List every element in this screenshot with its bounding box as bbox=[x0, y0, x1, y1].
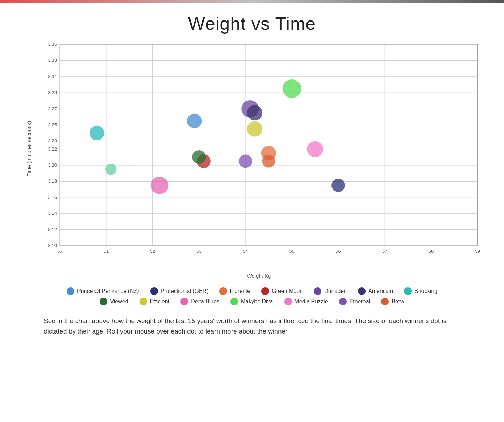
svg-point-59 bbox=[283, 79, 301, 98]
description-text: See in the chart above how the weight of… bbox=[44, 316, 460, 337]
svg-text:3.23: 3.23 bbox=[48, 138, 57, 144]
svg-point-54 bbox=[247, 105, 262, 120]
legend-dot bbox=[100, 298, 107, 305]
legend-area: Prince Of Penzance (NZ)Protectionist (GE… bbox=[19, 287, 485, 305]
svg-text:3.18: 3.18 bbox=[48, 179, 57, 184]
legend-item: Green Moon bbox=[261, 287, 303, 295]
legend-dot bbox=[230, 298, 238, 305]
legend-item: Delta Blues bbox=[180, 298, 219, 305]
legend-dot bbox=[314, 287, 321, 295]
svg-text:53: 53 bbox=[196, 248, 202, 254]
svg-text:3.33: 3.33 bbox=[48, 58, 57, 63]
legend-dot bbox=[358, 287, 366, 295]
svg-text:57: 57 bbox=[382, 248, 387, 254]
x-axis-label: Weight Kg bbox=[247, 273, 271, 279]
svg-point-49 bbox=[187, 114, 202, 128]
svg-text:3.29: 3.29 bbox=[48, 90, 57, 95]
y-axis-label: Time (minutes.seconds) bbox=[26, 121, 32, 176]
svg-text:55: 55 bbox=[289, 248, 294, 254]
legend-row: ViewedEfficientDelta BluesMakybe DivaMed… bbox=[100, 298, 404, 305]
legend-dot bbox=[180, 298, 188, 305]
svg-text:51: 51 bbox=[104, 248, 109, 254]
chart-title: Weight vs Time bbox=[188, 13, 316, 34]
svg-text:3.16: 3.16 bbox=[48, 195, 57, 200]
svg-text:3.22: 3.22 bbox=[48, 146, 57, 152]
legend-item: Media Puzzle bbox=[284, 298, 328, 305]
svg-point-56 bbox=[192, 150, 206, 164]
legend-item: Makybe Diva bbox=[230, 298, 273, 305]
svg-text:3.14: 3.14 bbox=[48, 211, 57, 216]
legend-dot bbox=[219, 287, 227, 295]
legend-label: Protectionist (GER) bbox=[161, 288, 209, 294]
legend-item: Efficient bbox=[140, 298, 170, 305]
svg-text:54: 54 bbox=[243, 248, 248, 254]
svg-point-61 bbox=[239, 154, 252, 168]
svg-text:3.12: 3.12 bbox=[48, 227, 57, 232]
svg-text:3.20: 3.20 bbox=[48, 162, 57, 168]
svg-rect-48 bbox=[60, 44, 477, 246]
svg-point-58 bbox=[151, 177, 168, 194]
legend-item: Americain bbox=[358, 287, 393, 295]
page: Weight vs Time Time (minutes.seconds) We… bbox=[0, 3, 504, 422]
svg-text:3.35: 3.35 bbox=[48, 42, 57, 47]
svg-text:58: 58 bbox=[429, 248, 434, 254]
svg-point-62 bbox=[262, 155, 275, 167]
svg-text:50: 50 bbox=[57, 248, 62, 254]
legend-item: Dunaden bbox=[314, 287, 347, 295]
legend-dot bbox=[261, 287, 269, 295]
legend-label: Prince Of Penzance (NZ) bbox=[77, 288, 139, 294]
svg-point-55 bbox=[90, 126, 104, 140]
legend-label: Fiorente bbox=[230, 288, 250, 294]
svg-text:3.10: 3.10 bbox=[48, 243, 57, 248]
svg-point-50 bbox=[331, 179, 345, 192]
legend-dot bbox=[404, 287, 412, 295]
legend-label: Americain bbox=[368, 288, 393, 294]
legend-label: Delta Blues bbox=[191, 298, 219, 305]
legend-dot bbox=[67, 287, 74, 295]
legend-item: Ethereal bbox=[339, 298, 370, 305]
svg-text:3.25: 3.25 bbox=[48, 122, 57, 127]
legend-dot bbox=[150, 287, 158, 295]
legend-label: Brew bbox=[392, 298, 404, 305]
scatter-chart: 3.103.123.143.163.183.203.223.233.253.27… bbox=[39, 37, 485, 267]
legend-item: Shocking bbox=[404, 287, 437, 295]
legend-item: Viewed bbox=[100, 298, 128, 305]
legend-item: Prince Of Penzance (NZ) bbox=[67, 287, 139, 295]
legend-label: Makybe Diva bbox=[241, 298, 273, 305]
svg-text:3.31: 3.31 bbox=[48, 74, 57, 79]
svg-point-57 bbox=[247, 121, 262, 137]
legend-dot bbox=[284, 298, 292, 305]
svg-point-63 bbox=[105, 164, 117, 175]
legend-label: Ethereal bbox=[350, 298, 370, 305]
legend-dot bbox=[339, 298, 347, 305]
legend-item: Fiorente bbox=[219, 287, 250, 295]
legend-dot bbox=[140, 298, 147, 305]
svg-text:52: 52 bbox=[150, 248, 155, 254]
svg-text:59: 59 bbox=[475, 248, 480, 254]
legend-label: Dunaden bbox=[324, 288, 347, 294]
legend-item: Brew bbox=[381, 298, 404, 305]
legend-dot bbox=[381, 298, 389, 305]
svg-text:56: 56 bbox=[336, 248, 341, 254]
svg-point-60 bbox=[307, 141, 323, 157]
legend-label: Green Moon bbox=[272, 288, 303, 294]
legend-label: Shocking bbox=[414, 288, 437, 294]
legend-label: Viewed bbox=[110, 298, 128, 305]
svg-text:3.27: 3.27 bbox=[48, 106, 57, 111]
legend-row: Prince Of Penzance (NZ)Protectionist (GE… bbox=[67, 287, 437, 295]
chart-area: Time (minutes.seconds) Weight Kg 3.103.1… bbox=[19, 37, 485, 280]
legend-label: Media Puzzle bbox=[295, 298, 328, 305]
legend-label: Efficient bbox=[150, 298, 170, 305]
legend-item: Protectionist (GER) bbox=[150, 287, 209, 295]
